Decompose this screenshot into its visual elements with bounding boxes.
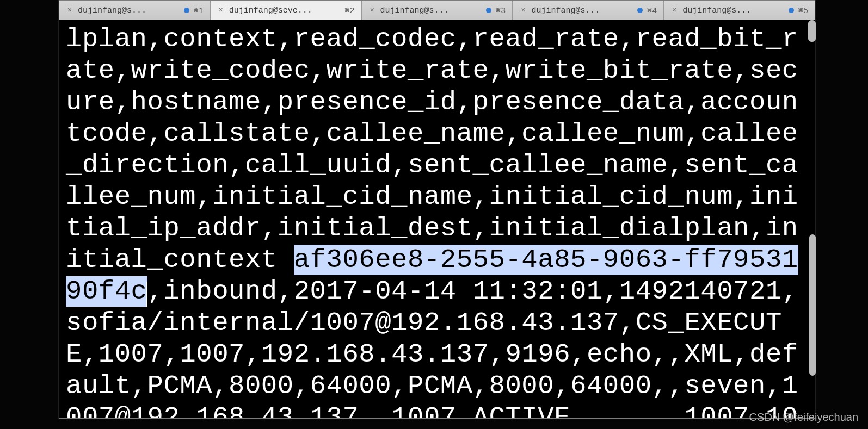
scrollbar-thumb[interactable] bbox=[809, 234, 816, 376]
tab-shortcut: ⌘2 bbox=[345, 5, 355, 16]
tab-shortcut: ⌘3 bbox=[496, 5, 506, 16]
tab-title: dujinfang@s... bbox=[682, 6, 784, 15]
scrollbar-stub[interactable] bbox=[808, 20, 816, 42]
close-icon[interactable]: × bbox=[670, 7, 678, 14]
close-icon[interactable]: × bbox=[368, 7, 376, 14]
close-icon[interactable]: × bbox=[66, 7, 73, 14]
watermark-text: CSDN @feifeiyechuan bbox=[749, 411, 858, 424]
tab-shortcut: ⌘5 bbox=[798, 5, 808, 16]
tab-bar: × dujinfang@s... ⌘1 × dujinfang@seve... … bbox=[59, 1, 815, 21]
tab-3[interactable]: × dujinfang@s... ⌘3 bbox=[362, 1, 513, 20]
unsaved-dot-icon bbox=[789, 8, 794, 13]
tab-5[interactable]: × dujinfang@s... ⌘5 bbox=[664, 1, 815, 20]
unsaved-dot-icon bbox=[184, 8, 189, 13]
tab-title: dujinfang@seve... bbox=[229, 6, 341, 15]
terminal-window: × dujinfang@s... ⌘1 × dujinfang@seve... … bbox=[59, 0, 815, 419]
terminal-viewport[interactable]: lplan,context,read_codec,read_rate,read_… bbox=[59, 20, 815, 418]
terminal-text[interactable]: lplan,context,read_codec,read_rate,read_… bbox=[66, 24, 798, 418]
unsaved-dot-icon bbox=[637, 8, 643, 13]
screenshot-root: × dujinfang@s... ⌘1 × dujinfang@seve... … bbox=[0, 0, 868, 429]
terminal-rowdata[interactable]: ,inbound,2017-04-14 11:32:01,1492140721,… bbox=[66, 276, 798, 418]
tab-4[interactable]: × dujinfang@s... ⌘4 bbox=[513, 1, 664, 20]
unsaved-dot-icon bbox=[486, 8, 491, 13]
tab-title: dujinfang@s... bbox=[531, 6, 633, 15]
tab-shortcut: ⌘4 bbox=[647, 5, 657, 16]
terminal-headers[interactable]: lplan,context,read_codec,read_rate,read_… bbox=[66, 24, 798, 275]
tab-1[interactable]: × dujinfang@s... ⌘1 bbox=[59, 1, 211, 20]
close-icon[interactable]: × bbox=[519, 7, 527, 14]
tab-shortcut: ⌘1 bbox=[194, 5, 204, 16]
tab-2-active[interactable]: × dujinfang@seve... ⌘2 bbox=[211, 1, 362, 20]
tab-title: dujinfang@s... bbox=[380, 6, 482, 15]
tab-title: dujinfang@s... bbox=[78, 6, 180, 15]
close-icon[interactable]: × bbox=[217, 7, 225, 14]
